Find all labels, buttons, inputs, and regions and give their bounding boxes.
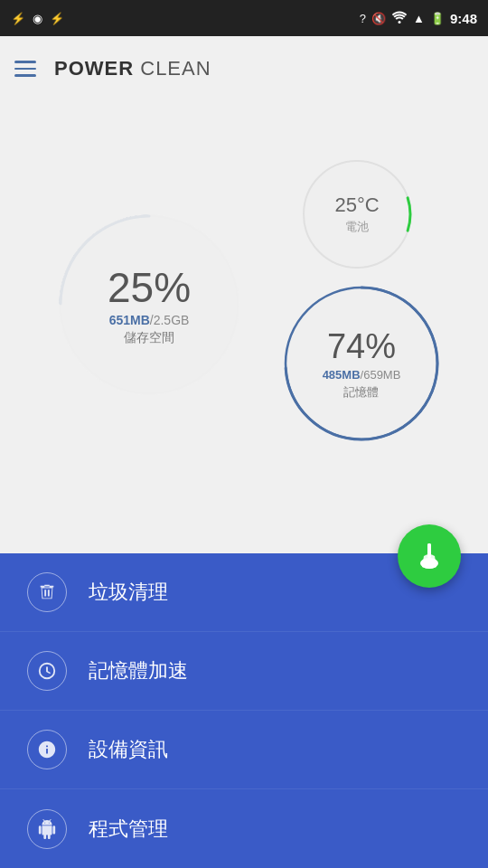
- speedometer-icon-container: [27, 651, 67, 691]
- status-bar-right: ? 🔇 ▲ 🔋 9:48: [360, 11, 477, 26]
- info-icon: [37, 740, 57, 760]
- bottom-menu: 垃圾清理 記憶體加速 設備資訊 程式管理: [0, 553, 488, 868]
- speedometer-icon: [37, 661, 57, 681]
- menu-item-memory-boost[interactable]: 記憶體加速: [0, 632, 488, 711]
- toolbar: POWER CLEAN: [0, 36, 488, 101]
- clean-fab-button[interactable]: [398, 524, 461, 588]
- storage-used: 651MB: [109, 313, 150, 327]
- app-title-bold: POWER: [54, 57, 134, 80]
- storage-circle-content: 25% 651MB/2.5GB 儲存空間: [108, 263, 191, 346]
- menu-item-app-manager[interactable]: 程式管理: [0, 789, 488, 868]
- question-icon: ?: [360, 12, 366, 25]
- app-title: POWER CLEAN: [54, 57, 211, 80]
- trash-icon: [37, 582, 57, 602]
- memory-label: 記憶體: [323, 384, 401, 401]
- menu-item-device-info[interactable]: 設備資訊: [0, 711, 488, 789]
- hamburger-menu-button[interactable]: [14, 61, 36, 77]
- android-icon: [37, 819, 57, 839]
- memory-circle-content: 74% 485MB/659MB 記憶體: [323, 327, 401, 401]
- memory-size: 485MB/659MB: [323, 366, 401, 382]
- battery-circle[interactable]: 25°C 電池: [298, 156, 416, 273]
- signal-icon: ▲: [413, 12, 425, 25]
- circles-container: 25% 651MB/2.5GB 儲存空間 25°C 電池: [0, 156, 488, 535]
- battery-icon: 🔋: [430, 12, 445, 25]
- memory-percent: 74%: [323, 327, 401, 366]
- trash-icon-container: [27, 572, 67, 612]
- storage-total: /2.5GB: [150, 313, 190, 327]
- svg-point-0: [399, 21, 401, 24]
- broom-icon: [413, 540, 446, 572]
- svg-rect-12: [427, 543, 431, 558]
- info-icon-container: [27, 730, 67, 769]
- memory-used: 485MB: [323, 368, 361, 382]
- status-bar-left: ⚡ ◉ ⚡: [11, 12, 64, 25]
- volume-icon: 🔇: [371, 12, 386, 25]
- junk-clean-label: 垃圾清理: [89, 579, 168, 606]
- storage-percent: 25%: [108, 263, 191, 312]
- memory-boost-label: 記憶體加速: [89, 657, 188, 684]
- android-icon: ◉: [33, 12, 42, 25]
- storage-size: 651MB/2.5GB: [108, 312, 191, 328]
- memory-circle[interactable]: 74% 485MB/659MB 記憶體: [280, 282, 443, 445]
- usb-icon: ⚡: [11, 12, 25, 25]
- usb2-icon: ⚡: [50, 12, 64, 25]
- device-info-label: 設備資訊: [89, 736, 168, 763]
- battery-temp: 25°C: [334, 193, 379, 217]
- storage-label: 儲存空間: [108, 330, 191, 346]
- status-bar: ⚡ ◉ ⚡ ? 🔇 ▲ 🔋 9:48: [0, 0, 488, 36]
- app-title-light: CLEAN: [134, 57, 211, 80]
- status-time: 9:48: [450, 11, 477, 26]
- app-manager-label: 程式管理: [89, 816, 168, 843]
- battery-label: 電池: [334, 219, 379, 235]
- battery-circle-content: 25°C 電池: [334, 193, 379, 235]
- memory-total: /659MB: [361, 368, 401, 382]
- storage-circle[interactable]: 25% 651MB/2.5GB 儲存空間: [54, 210, 244, 400]
- android-icon-container: [27, 809, 67, 849]
- wifi-icon: [391, 11, 408, 26]
